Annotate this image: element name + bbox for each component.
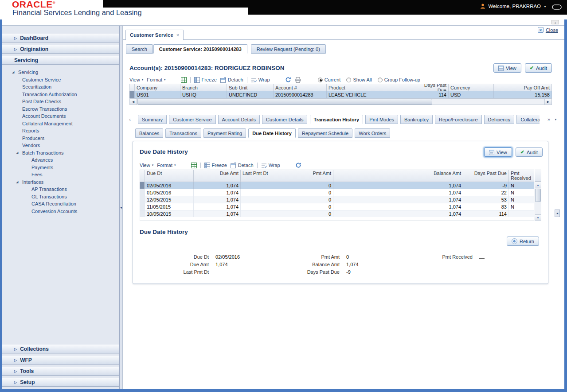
wrap-button[interactable]: Wrap [261,163,280,168]
wrap-button[interactable]: Wrap [251,77,270,83]
tree-item-gl-transactions[interactable]: GL Transactions [2,193,119,201]
cell-days-past-due[interactable]: 114 [463,210,509,217]
tab-collateral[interactable]: Collateral [516,115,540,124]
header-collapse-notch[interactable]: ▴ [551,20,559,24]
tab-search[interactable]: Search [126,44,153,54]
column-header[interactable]: Pmt Received [509,170,534,182]
column-header[interactable]: Due Dt [145,170,194,182]
collapse-left-icon[interactable]: ◂ [120,206,122,210]
chevron-down-icon[interactable]: ▼ [544,5,547,8]
sidebar-section-collections[interactable]: ▷ Collections [2,345,119,353]
refresh-icon[interactable] [285,77,291,83]
cell-due-dt[interactable]: 12/05/2015 [145,196,194,203]
tab-customer-service[interactable]: Customer Service [169,115,215,124]
column-header[interactable]: Days Past Due [463,170,509,182]
sidebar-section-dashboard[interactable]: ▷ DashBoard [2,34,119,43]
audit-button[interactable]: ✔ Audit [516,147,543,157]
column-header[interactable]: Product [327,84,412,91]
close-icon[interactable]: × [538,27,544,33]
sidebar-section-servicing[interactable]: Servicing [2,56,119,65]
tree-node-batch-transactions[interactable]: ◢ Batch Transactions [2,149,119,157]
radio-group-follow-up-label[interactable]: Group Follow-up [384,77,420,82]
welcome-area[interactable]: Welcome, PRAKRRAO ▼ [480,4,547,9]
cell-due-dt[interactable]: 01/05/2016 [145,189,194,196]
cell-pmt-received[interactable] [509,210,534,217]
column-header[interactable]: Pay Off Amt [494,84,552,91]
tree-item-escrow-transactions[interactable]: Escrow Transactions [2,105,119,113]
column-header[interactable]: Pmt Amt [287,170,333,182]
tree-node-interfaces[interactable]: ◢ Interfaces [2,179,119,186]
tab-repayment-schedule[interactable]: Repayment Schedule [298,128,352,138]
tree-item-fees[interactable]: Fees [2,171,119,179]
cell-last-pmt-dt[interactable] [241,203,287,210]
column-header[interactable]: Due Amt [194,170,241,182]
cell-pmt-received[interactable]: N [509,189,534,196]
detach-button[interactable]: Detach [231,163,254,168]
sidebar-section-tools[interactable]: ▷ Tools [2,367,119,376]
cell-pmt-received[interactable]: N [509,182,534,189]
cell-currency[interactable]: USD [449,91,494,98]
view-menu[interactable]: View▾ [129,77,143,82]
cell-due-amt[interactable]: 1,074 [194,203,241,210]
cell-due-amt[interactable]: 1,074 [194,196,241,203]
scroll-left-icon[interactable]: ◀ [130,99,137,105]
cell-days-past-due[interactable]: 114 [412,91,449,98]
tree-item-advances[interactable]: Advances [2,156,119,164]
column-header[interactable]: Account # [274,84,327,91]
tab-work-orders[interactable]: Work Orders [355,128,390,138]
cell-last-pmt-dt[interactable] [241,189,287,196]
tab-deficiency[interactable]: Deficiency [484,115,515,124]
tree-item-payments[interactable]: Payments [2,164,119,171]
tab-repo-foreclosure[interactable]: Repo/Foreclosure [435,115,481,124]
tree-item-account-documents[interactable]: Account Documents [2,113,119,120]
tab-transactions[interactable]: Transactions [165,128,201,138]
tab-review-request[interactable]: Review Request (Pending: 0) [251,44,326,54]
tree-item-vendors[interactable]: Vendors [2,142,119,149]
cell-pay-off-amt[interactable]: 15,158 [494,91,552,98]
tab-transaction-history[interactable]: Transaction History [310,115,364,124]
cell-due-amt[interactable]: 1,074 [194,182,241,189]
tab-customer-details[interactable]: Customer Details [262,115,307,124]
column-header[interactable]: Days Past Due [412,84,449,91]
radio-show-all[interactable] [346,78,351,82]
column-header[interactable]: Branch [180,84,227,91]
cell-branch[interactable]: USHQ [180,91,227,98]
detach-button[interactable]: Detach [220,77,243,83]
tab-account-details[interactable]: Account Details [218,115,260,124]
cell-product[interactable]: LEASE VEHICLE [327,91,412,98]
tree-item-customer-service[interactable]: Customer Service [2,76,119,84]
view-button[interactable]: View [484,147,512,157]
cell-balance-amt[interactable]: 1,074 [333,210,463,217]
cell-pmt-amt[interactable]: 0 [287,203,333,210]
tree-item-casa-reconciliation[interactable]: CASA Reconciliation [2,200,119,208]
tree-item-securitization[interactable]: Securitization [2,83,119,91]
cell-pmt-received[interactable]: N [509,203,534,210]
tab-bankruptcy[interactable]: Bankruptcy [400,115,433,124]
cell-days-past-due[interactable]: -9 [463,182,509,189]
radio-current-label[interactable]: Current [325,77,341,82]
tab-summary[interactable]: Summary [138,115,167,124]
right-panel-collapse[interactable]: ◂ [555,210,560,217]
cell-days-past-due[interactable]: 53 [463,196,509,203]
cell-sub-unit[interactable]: UNDEFINED [227,91,274,98]
tree-item-reports[interactable]: Reports [2,127,119,135]
tree-item-collateral-management[interactable]: Collateral Management [2,120,119,128]
freeze-button[interactable]: Freeze [194,77,217,83]
row-selector[interactable] [140,210,145,217]
column-header[interactable]: Last Pmt Dt [241,170,287,182]
format-menu[interactable]: Format▾ [147,77,165,82]
sidebar-section-origination[interactable]: ▷ Origination [2,45,119,54]
cell-due-dt[interactable]: 02/05/2016 [145,182,194,189]
tree-expanded-icon[interactable]: ◢ [16,151,20,155]
cell-due-dt[interactable]: 10/05/2015 [145,210,194,217]
scroll-right-icon[interactable]: ▶ [544,99,551,105]
cell-last-pmt-dt[interactable] [241,210,287,217]
scrollbar-thumb[interactable] [535,189,541,202]
tree-item-conversion-accounts[interactable]: Conversion Accounts [2,208,119,215]
cell-pmt-amt[interactable]: 0 [287,182,333,189]
row-selector[interactable] [140,203,145,210]
tree-item-post-date-checks[interactable]: Post Date Checks [2,98,119,105]
column-header[interactable]: Currency [449,84,494,91]
tab-payment-rating[interactable]: Payment Rating [203,128,246,138]
tree-item-transaction-authorization[interactable]: Transaction Authorization [2,91,119,98]
